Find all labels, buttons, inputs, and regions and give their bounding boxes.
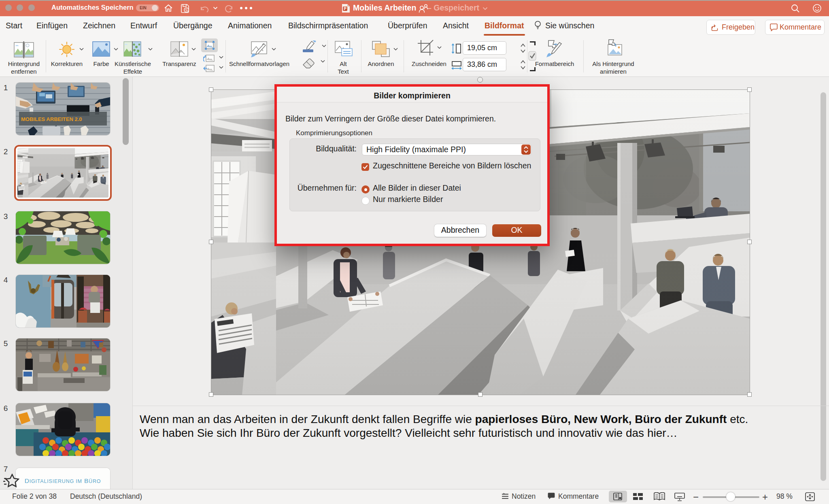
svg-text:MOBILES ARBEITEN 2.0: MOBILES ARBEITEN 2.0 [21, 116, 82, 122]
svg-text:P: P [344, 6, 346, 11]
svg-text:DIGITALISIERUNG IM BÜRO: DIGITALISIERUNG IM BÜRO [25, 477, 101, 484]
